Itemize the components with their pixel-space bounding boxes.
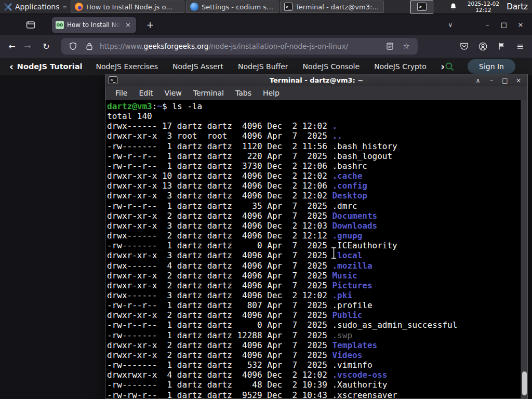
terminal-minimize-button[interactable]: – (486, 75, 497, 86)
menu-view[interactable]: View (159, 86, 188, 100)
terminal-menubar: FileEditViewTerminalTabsHelp (105, 86, 527, 100)
user-menu-label[interactable]: Dartz (507, 2, 528, 11)
nav-item[interactable]: NodeJS Buffer (238, 62, 288, 71)
browser-maximize-button[interactable]: □ (496, 18, 512, 32)
new-tab-button[interactable]: + (143, 18, 157, 32)
firefox-view-icon (26, 21, 35, 29)
terminal-line: total 140 (107, 111, 520, 121)
terminal-scrollbar-thumb[interactable] (522, 371, 527, 395)
list-all-tabs-button[interactable]: ∨ (444, 18, 457, 32)
forward-button[interactable]: → (20, 38, 35, 54)
clock-date: 2025-12-02 (464, 1, 502, 7)
browser-minimize-button[interactable]: – (479, 18, 496, 32)
terminal-line: drwxr-xr-x 2 dartz dartz 4096 Apr 7 2025… (107, 310, 520, 320)
firefox-view-button[interactable] (23, 17, 38, 33)
menu-help[interactable]: Help (257, 86, 285, 100)
terminal-line: dartz@vm3:~$ ls -la (107, 101, 520, 111)
account-icon (478, 42, 487, 51)
page-nav-bar: ‹ NodeJS Tutorial NodeJS ExercisesNodeJS… (0, 58, 532, 75)
terminal-maximize-button[interactable]: □ (499, 75, 511, 86)
terminal-scrollbar[interactable] (521, 100, 527, 398)
tab-close-icon[interactable]: × (124, 21, 132, 29)
chevron-left-icon[interactable]: ‹ (9, 61, 14, 72)
panel-window-button-terminal[interactable]: >_Terminal - dartz@vm3: ~ (280, 1, 384, 13)
reader-view-button[interactable] (383, 40, 396, 52)
lock-icon[interactable] (83, 40, 96, 52)
panel-terminal-launcher[interactable]: >_ (410, 1, 433, 14)
browser-close-button[interactable]: × (512, 18, 529, 32)
terminal-line: drwxr-xr-x 10 dartz dartz 4096 Dec 2 12:… (107, 171, 520, 181)
url-path: /node-js/installation-of-node-js-on-linu… (208, 42, 348, 50)
menu-file[interactable]: File (110, 86, 133, 100)
page-nav-items: NodeJS ExercisesNodeJS AssertNodeJS Buff… (96, 62, 440, 71)
terminal-body[interactable]: dartz@vm3:~$ ls -latotal 140drwx------ 1… (105, 100, 527, 398)
extensions-flag-icon (498, 42, 506, 50)
terminal-line: drwxr-xr-x 2 dartz dartz 4096 Apr 7 2025… (107, 281, 520, 290)
terminal-line: -rw------- 1 dartz dartz 1120 Dec 2 11:5… (107, 141, 520, 151)
nav-item[interactable]: NodeJS Assert (172, 62, 223, 71)
nav-item[interactable]: NodeJS Exercises (96, 62, 158, 71)
tracking-protection-shield-icon[interactable] (66, 40, 79, 52)
terminal-line: drwx------ 4 dartz dartz 4096 Apr 7 2025… (107, 261, 520, 271)
distro-logo-icon (4, 3, 12, 11)
terminal-line: drwxr-xr-x 3 root root 4096 Apr 7 2025 .… (107, 131, 520, 141)
page-search-button[interactable] (445, 62, 454, 71)
terminal-line: -rw-r--r-- 1 dartz dartz 807 Apr 7 2025 … (107, 300, 520, 310)
nav-item-nodejs-tutorial[interactable]: NodeJS Tutorial (17, 62, 83, 71)
terminal-line: -rw------- 1 dartz dartz 0 Apr 7 2025 .I… (107, 241, 520, 250)
back-button[interactable]: ← (4, 38, 20, 54)
url-bar[interactable]: https://www.geeksforgeeks.org/node-js/in… (61, 38, 418, 55)
applications-label: Applications (15, 3, 60, 11)
clock-widget[interactable]: 2025-12-02 12:12 (464, 1, 502, 13)
pocket-button[interactable] (456, 38, 472, 54)
chevron-right-icon[interactable]: › (441, 61, 445, 72)
chevron-down-icon: ∨ (448, 21, 453, 29)
menu-edit[interactable]: Edit (133, 86, 158, 100)
nav-item[interactable]: NodeJS Console (303, 62, 360, 71)
panel-window-button-vscodium[interactable]: Settings - codium script... (186, 1, 278, 13)
terminal-icon: >_ (417, 3, 427, 11)
url-text: https://www.geeksforgeeks.org/node-js/in… (100, 42, 348, 50)
terminal-line: drwxr-xr-x 2 dartz dartz 4096 Apr 7 2025… (107, 350, 520, 360)
terminal-titlebar[interactable]: >_ Terminal - dartz@vm3: ~ ∧ – □ × (105, 74, 527, 86)
geeksforgeeks-favicon (56, 21, 64, 29)
panel-window-button-firefox[interactable]: How to Install Node.js o... (71, 1, 184, 13)
terminal-icon: >_ (109, 76, 117, 84)
url-scheme: https://www. (100, 42, 144, 50)
terminal-line: drwxrwxr-x 4 dartz dartz 4096 Dec 2 12:0… (107, 370, 520, 380)
terminal-line: -rw-r--r-- 1 dartz dartz 0 Apr 7 2025 .s… (107, 320, 520, 330)
terminal-line: drwxr-xr-x 2 dartz dartz 4096 Apr 7 2025… (107, 340, 520, 350)
window-button-title: Terminal - dartz@vm3: ~ (296, 3, 380, 11)
notifications-button[interactable] (447, 0, 459, 14)
terminal-shade-button[interactable]: ∧ (472, 75, 484, 86)
pocket-icon (460, 42, 469, 50)
tab-bar: How to Install Node.js on... × + ∨ – □ × (0, 15, 532, 35)
applications-menu-button[interactable]: Applications ≡ (0, 0, 71, 14)
extensions-button[interactable] (494, 38, 509, 54)
terminal-line: drwxr-xr-x 3 dartz dartz 4096 Dec 2 12:0… (107, 191, 520, 201)
sign-in-button[interactable]: Sign In (468, 59, 515, 74)
clock-time: 12:12 (464, 7, 502, 13)
navigation-toolbar: ← → ↻ https://www.geeksforgeeks.org/node… (0, 35, 532, 58)
tab-title: How to Install Node.js on... (67, 21, 121, 29)
terminal-line: drwxr-xr-x 13 dartz dartz 4096 Dec 2 12:… (107, 181, 520, 191)
terminal-window: >_ Terminal - dartz@vm3: ~ ∧ – □ × FileE… (105, 74, 528, 399)
nav-item[interactable]: NodeJS Crypto (374, 62, 427, 71)
url-domain: geeksforgeeks.org (144, 42, 209, 50)
terminal-title: Terminal - dartz@vm3: ~ (105, 76, 527, 84)
window-button-title: How to Install Node.js o... (86, 3, 172, 11)
reload-button[interactable]: ↻ (38, 38, 54, 54)
terminal-window-controls: ∧ – □ × (472, 75, 524, 86)
terminal-close-button[interactable]: × (513, 75, 524, 86)
app-menu-button[interactable]: ≡ (512, 38, 528, 54)
window-button-title: Settings - codium script... (202, 3, 274, 11)
menu-tabs[interactable]: Tabs (230, 86, 257, 100)
terminal-line: -rw------- 1 dartz dartz 48 Dec 2 10:39 … (107, 380, 520, 390)
vscodium-icon (190, 3, 198, 11)
bookmark-star-icon[interactable]: ☆ (400, 40, 413, 52)
browser-tab[interactable]: How to Install Node.js on... × (52, 17, 136, 33)
applications-caret-icon: ≡ (63, 4, 67, 10)
menu-terminal[interactable]: Terminal (188, 86, 230, 100)
terminal-line: -rw-rw-r-- 1 dartz dartz 9529 Dec 2 10:4… (107, 390, 520, 398)
account-button[interactable] (475, 38, 490, 54)
